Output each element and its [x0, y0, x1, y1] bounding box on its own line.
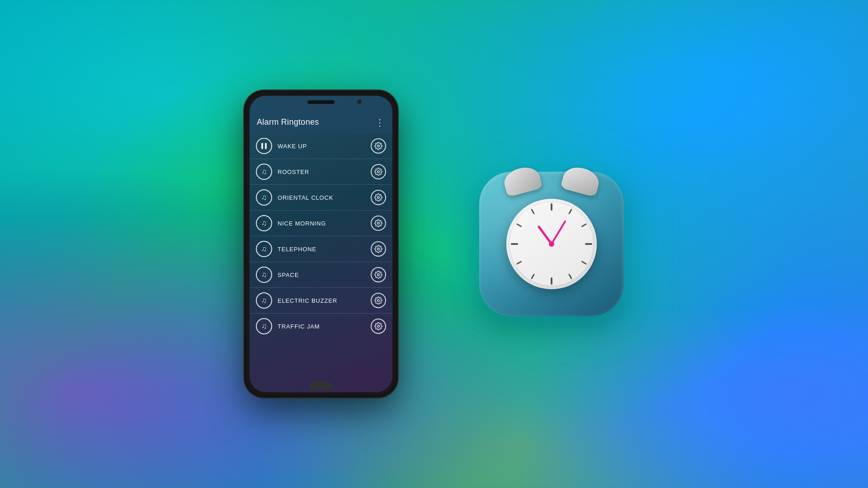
play-button-telephone[interactable]: ♫: [256, 241, 272, 257]
app-title: Alarm Ringtones: [257, 117, 319, 127]
pause-icon: [261, 143, 267, 149]
settings-button-oriental-clock[interactable]: [371, 190, 386, 205]
music-note-icon: ♫: [261, 271, 267, 279]
svg-line-13: [569, 275, 571, 279]
settings-button-space[interactable]: [371, 267, 386, 282]
ringtone-name-nice-morning: NICE MORNING: [278, 220, 365, 227]
ringtone-list: WAKE UP ♫ ROOSTER: [250, 133, 392, 339]
phone-home-button[interactable]: [310, 382, 332, 389]
svg-line-16: [517, 262, 521, 264]
ringtone-item-electric-buzzer[interactable]: ♫ ELECTRIC BUZZER: [250, 288, 392, 314]
clock-face: [506, 199, 597, 289]
ringtone-item-nice-morning[interactable]: ♫ NICE MORNING: [250, 211, 392, 236]
play-button-traffic-jam[interactable]: ♫: [256, 318, 272, 334]
ringtone-name-rooster: ROOSTER: [278, 169, 365, 175]
phone-mockup: Alarm Ringtones ⋮ WAKE UP: [244, 90, 398, 398]
bell-right: [560, 164, 602, 197]
phone-camera: [357, 99, 362, 104]
svg-line-19: [532, 210, 534, 214]
music-note-icon: ♫: [261, 168, 267, 176]
svg-point-3: [377, 222, 380, 225]
ringtone-item-rooster[interactable]: ♫ ROOSTER: [250, 159, 392, 185]
svg-line-10: [582, 224, 586, 226]
more-options-icon[interactable]: ⋮: [375, 118, 385, 127]
main-content: Alarm Ringtones ⋮ WAKE UP: [0, 0, 868, 488]
music-note-icon: ♫: [261, 322, 267, 330]
svg-point-22: [549, 241, 554, 247]
music-note-icon: ♫: [261, 219, 267, 227]
ringtone-item-oriental-clock[interactable]: ♫ ORIENTAL CLOCK: [250, 185, 392, 211]
ringtone-item-space[interactable]: ♫ SPACE: [250, 262, 392, 288]
settings-button-telephone[interactable]: [371, 241, 386, 257]
settings-button-rooster[interactable]: [371, 164, 386, 179]
svg-point-5: [377, 274, 380, 276]
svg-point-6: [377, 300, 380, 302]
music-note-icon: ♫: [261, 296, 267, 305]
ringtone-name-oriental-clock: ORIENTAL CLOCK: [278, 194, 365, 201]
settings-button-wake-up[interactable]: [371, 138, 386, 154]
bell-left: [501, 164, 543, 197]
svg-line-20: [539, 227, 552, 244]
play-button-rooster[interactable]: ♫: [256, 164, 272, 180]
ringtone-name-space: SPACE: [278, 272, 365, 278]
svg-line-18: [517, 224, 521, 226]
svg-point-0: [377, 145, 380, 147]
settings-button-electric-buzzer[interactable]: [371, 293, 386, 308]
play-button-oriental-clock[interactable]: ♫: [256, 189, 272, 206]
ringtone-name-electric-buzzer: ELECTRIC BUZZER: [278, 297, 365, 304]
svg-point-7: [377, 325, 380, 328]
clock-ticks: [506, 199, 597, 289]
ringtone-item-wake-up[interactable]: WAKE UP: [250, 133, 392, 159]
settings-button-nice-morning[interactable]: [371, 216, 386, 231]
pause-button-wake-up[interactable]: [256, 138, 272, 154]
music-note-icon: ♫: [261, 193, 267, 202]
phone-screen-area: Alarm Ringtones ⋮ WAKE UP: [250, 96, 392, 392]
svg-line-12: [582, 262, 586, 264]
play-button-space[interactable]: ♫: [256, 267, 272, 283]
settings-button-traffic-jam[interactable]: [371, 319, 386, 334]
ringtone-name-wake-up: WAKE UP: [278, 143, 365, 150]
music-note-icon: ♫: [261, 245, 267, 253]
svg-point-2: [377, 197, 380, 199]
clock-app-icon: [479, 172, 624, 316]
ringtone-item-telephone[interactable]: ♫ TELEPHONE: [250, 236, 392, 262]
ringtone-item-traffic-jam[interactable]: ♫ TRAFFIC JAM: [250, 314, 392, 339]
play-button-nice-morning[interactable]: ♫: [256, 215, 272, 231]
phone-speaker: [307, 100, 335, 104]
svg-line-15: [532, 275, 534, 279]
ringtone-name-telephone: TELEPHONE: [278, 246, 365, 253]
svg-line-21: [552, 221, 565, 244]
svg-line-9: [569, 210, 571, 214]
svg-point-1: [377, 171, 380, 173]
ringtone-name-traffic-jam: TRAFFIC JAM: [278, 323, 365, 330]
svg-point-4: [377, 248, 380, 250]
play-button-electric-buzzer[interactable]: ♫: [256, 292, 272, 309]
clock-app-icon-wrapper: [479, 172, 624, 316]
